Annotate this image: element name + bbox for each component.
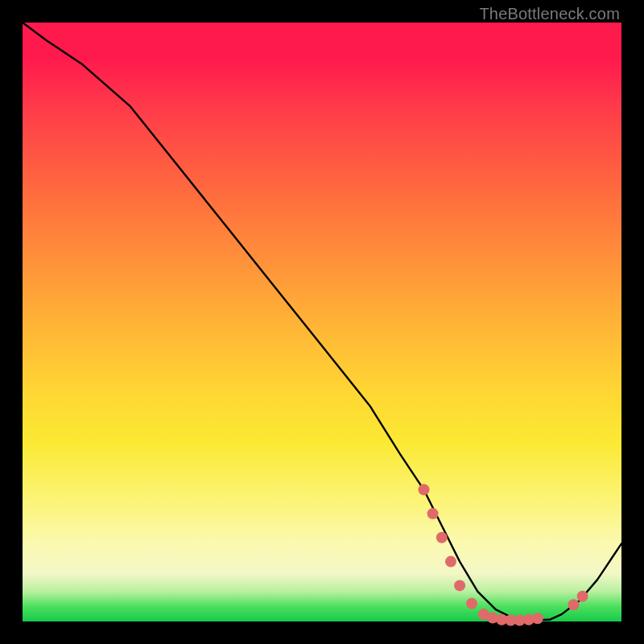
curve-marker bbox=[568, 599, 580, 610]
attribution-label: TheBottleneck.com bbox=[479, 5, 620, 23]
chart-frame: TheBottleneck.com bbox=[0, 0, 644, 644]
curve-marker bbox=[577, 591, 588, 602]
chart-plot-area bbox=[23, 23, 621, 621]
chart-svg bbox=[23, 23, 621, 621]
bottleneck-curve bbox=[23, 23, 621, 621]
curve-marker bbox=[427, 508, 439, 519]
curve-marker bbox=[466, 598, 477, 609]
curve-marker bbox=[532, 613, 543, 624]
curve-marker bbox=[419, 484, 430, 495]
curve-marker bbox=[445, 556, 456, 568]
curve-marker bbox=[436, 532, 448, 543]
curve-markers bbox=[419, 484, 588, 625]
curve-marker bbox=[454, 580, 465, 591]
